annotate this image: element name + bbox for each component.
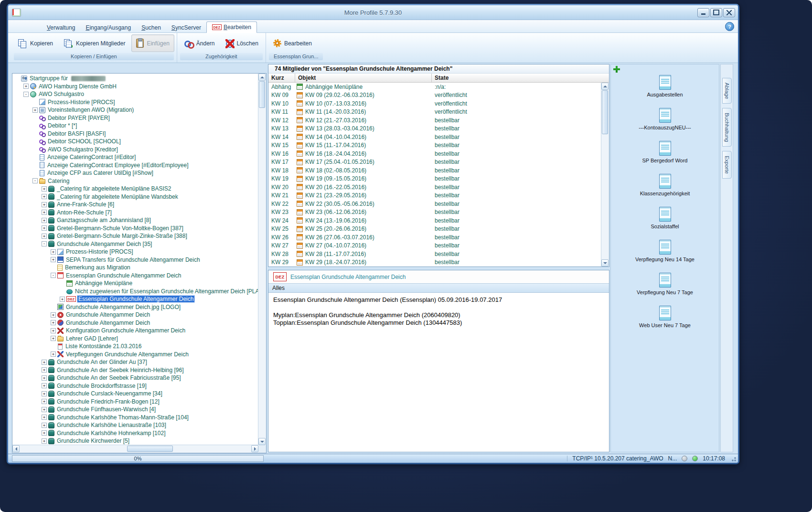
andern-button[interactable]: Ändern bbox=[180, 34, 220, 52]
expand-icon[interactable]: + bbox=[42, 225, 47, 231]
tree-item[interactable]: Nicht zugewiesen für Essensplan Grundsch… bbox=[12, 288, 258, 296]
tree-item[interactable]: +Ganztagsschule am Johannisland [8] bbox=[12, 216, 258, 224]
expand-icon[interactable]: + bbox=[60, 297, 65, 302]
collapse-icon[interactable]: - bbox=[23, 92, 29, 97]
expand-icon[interactable]: + bbox=[42, 186, 47, 192]
tree-item[interactable]: -Essensplan Grundschule Altengammer Deic… bbox=[12, 272, 258, 280]
expand-icon[interactable]: + bbox=[42, 194, 47, 199]
tree-item[interactable]: Anzeige CateringContract Employee [#Edit… bbox=[12, 161, 258, 170]
ribbon-tab-syncserver[interactable]: SyncServer bbox=[166, 22, 206, 32]
tree-item[interactable]: +_Catering für abgeleitete Menüpläne Wan… bbox=[12, 193, 258, 201]
table-row[interactable]: KW 25KW 25 (20.-26.06.2016)bestellbar bbox=[268, 225, 601, 234]
tree-item[interactable]: +Grundschule An der Seebek Fabriciusstra… bbox=[12, 374, 258, 382]
table-row[interactable]: KW 18KW 18 (02.-08.05.2016)bestellbar bbox=[268, 166, 601, 175]
table-row[interactable]: KW 14KW 14 (04.-10.04.2016)bestellbar bbox=[268, 133, 601, 141]
expand-icon[interactable]: + bbox=[42, 383, 47, 388]
tree-item[interactable]: +Grundschule Karlshöhe Thomas-Mann-Straß… bbox=[12, 414, 258, 422]
tab-alles[interactable]: Alles bbox=[268, 283, 609, 293]
table-row[interactable]: KW 24KW 24 (13.-19.06.2016)bestellbar bbox=[268, 216, 601, 225]
bearbeiten-button[interactable]: Bearbeiten bbox=[268, 34, 317, 52]
tree-item[interactable]: +Grundschule Friedrich-Frank-Bogen [12] bbox=[12, 398, 258, 406]
scroll-down-button[interactable] bbox=[601, 259, 609, 267]
minimize-button[interactable] bbox=[697, 8, 709, 17]
expand-icon[interactable]: + bbox=[42, 234, 47, 239]
kopieren-mitglieder-button[interactable]: Kopieren Mitglieder bbox=[59, 34, 130, 52]
table-row[interactable]: KW 28KW 28 (11.-17.07.2016)bestellbar bbox=[268, 250, 601, 258]
expand-icon[interactable]: + bbox=[42, 438, 47, 444]
tree-item[interactable]: +Grundschule Brockdorffstrasse [19] bbox=[12, 382, 258, 390]
report-item-klassenzugehorigkeit[interactable]: Klassenzugehörigkeit bbox=[611, 171, 719, 204]
expand-icon[interactable]: + bbox=[42, 218, 47, 223]
scrollbar-thumb[interactable] bbox=[127, 446, 173, 452]
tree-item[interactable]: +Gretel-Bergmann-Schule Margit-Zinke-Str… bbox=[12, 232, 258, 240]
expand-icon[interactable]: + bbox=[23, 84, 29, 89]
expand-icon[interactable]: + bbox=[51, 312, 56, 318]
expand-icon[interactable]: + bbox=[51, 336, 56, 341]
tree-horizontal-scrollbar[interactable] bbox=[12, 445, 258, 453]
table-row[interactable]: KW 13KW 13 (28.03.-03.04.2016)bestellbar bbox=[268, 125, 601, 133]
ribbon-tab-bearbeiten[interactable]: DEZBearbeiten bbox=[206, 21, 257, 33]
expand-icon[interactable]: + bbox=[42, 430, 47, 436]
tree-item[interactable]: +Grundschule Karlshöhe Lienaustraße [103… bbox=[12, 421, 258, 429]
ribbon-tab-eingang-ausgang[interactable]: Eingang/Ausgang bbox=[80, 22, 136, 32]
ribbon-tab-suchen[interactable]: Suchen bbox=[136, 22, 166, 32]
table-row[interactable]: KW 12KW 12 (21.-27.03.2016)bestellbar bbox=[268, 116, 601, 125]
table-row[interactable]: KW 15KW 15 (11.-17.04.2016)bestellbar bbox=[268, 141, 601, 150]
tree-item[interactable]: Abhängige Menüpläne bbox=[12, 279, 258, 288]
table-row[interactable]: KW 29KW 29 (18.-24.07.2016)bestellbar bbox=[268, 258, 601, 267]
table-row[interactable]: KW 09KW 09 (29.02.-06.03.2016)veröffentl… bbox=[268, 91, 601, 100]
expand-icon[interactable]: + bbox=[42, 415, 47, 420]
expand-icon[interactable]: + bbox=[42, 360, 47, 365]
table-row[interactable]: KW 16KW 16 (18.-24.04.2016)bestellbar bbox=[268, 149, 601, 158]
report-item-sp-bergedorf-word[interactable]: SP Bergedorf Word bbox=[611, 139, 719, 171]
expand-icon[interactable]: + bbox=[42, 375, 47, 381]
titlebar[interactable]: More Profile 5.7.9.30 bbox=[8, 5, 738, 20]
resize-grip[interactable] bbox=[730, 455, 737, 462]
table-row[interactable]: KW 21KW 21 (23.-29.05.2016)bestellbar bbox=[268, 192, 601, 200]
expand-icon[interactable]: + bbox=[42, 407, 47, 412]
report-item-sozialstaffel[interactable]: Sozialstaffel bbox=[611, 204, 719, 237]
tree-item[interactable]: +AWO Hamburg Dienste GmbH bbox=[12, 83, 258, 91]
tree-item[interactable]: Debitor PAYER [PAYER] bbox=[12, 114, 258, 122]
tree-item[interactable]: AWO Schulgastro [Kreditor] bbox=[12, 146, 258, 154]
tree-item[interactable]: +Grundschule Altengammer Deich bbox=[12, 311, 258, 319]
expand-icon[interactable]: + bbox=[42, 399, 47, 404]
tree-item[interactable]: Debitor BASFI [BASFI] bbox=[12, 130, 258, 138]
column-header-state[interactable]: State bbox=[432, 74, 609, 82]
report-item-ausgabestellen[interactable]: Ausgabestellen bbox=[611, 73, 719, 106]
table-row[interactable]: AbhängAbhängige Menüpläne:n/a: bbox=[268, 83, 601, 91]
scroll-right-button[interactable] bbox=[251, 445, 258, 452]
expand-icon[interactable]: + bbox=[42, 423, 47, 428]
tree-item[interactable]: +SEPA Transfers für Grundschule Altengam… bbox=[12, 256, 258, 264]
ribbon-tab-verwaltung[interactable]: Verwaltung bbox=[42, 22, 80, 32]
expand-icon[interactable]: + bbox=[51, 320, 56, 325]
tree-item[interactable]: +_Catering für abgeleitete Menüpläne BAS… bbox=[12, 185, 258, 193]
tree-item[interactable]: +Konfiguration Grundschule Altengammer D… bbox=[12, 327, 258, 335]
tree-item[interactable]: +Grundschule Karlshöhe Hohnerkamp [102] bbox=[12, 429, 258, 437]
collapse-icon[interactable]: - bbox=[32, 178, 38, 183]
scrollbar-thumb[interactable] bbox=[602, 90, 608, 134]
expand-icon[interactable]: + bbox=[51, 328, 56, 333]
tree-item[interactable]: Prozess-Historie [PROCS] bbox=[12, 98, 258, 107]
side-tab-ablage[interactable]: Ablage bbox=[722, 78, 732, 104]
table-row[interactable]: KW 26KW 26 (27.06.-03.07.2016)bestellbar bbox=[268, 233, 601, 242]
report-item-verpflegung-neu-7-tage[interactable]: Verpflegung Neu 7 Tage bbox=[611, 270, 719, 303]
table-row[interactable]: KW 17KW 17 (25.04.-01.05.2016)bestellbar bbox=[268, 158, 601, 167]
tree-item[interactable]: -Grundschule Altengammer Deich [35] bbox=[12, 240, 258, 248]
tree-item[interactable]: -Catering bbox=[12, 177, 258, 185]
tree-item[interactable]: +Grundschule An der Seebek Heinrich-Helb… bbox=[12, 366, 258, 374]
tree-item[interactable]: +Lehrer GAD [Lehrer] bbox=[12, 335, 258, 343]
table-row[interactable]: KW 10KW 10 (07.-13.03.2016)veröffentlich… bbox=[268, 99, 601, 108]
table-row[interactable]: KW 20KW 20 (16.-22.05.2016)bestellbar bbox=[268, 183, 601, 192]
expand-icon[interactable]: + bbox=[42, 391, 47, 396]
tree-item[interactable]: Anzeige CFP aus Caterer UtilDlg [#Show] bbox=[12, 169, 258, 177]
collapse-icon[interactable]: - bbox=[42, 241, 47, 246]
tree-item[interactable]: Grundschule Altengammer Deich.jpg [LOGO] bbox=[12, 303, 258, 311]
column-header-kurz[interactable]: Kurz bbox=[268, 74, 295, 82]
side-tab-exporte[interactable]: Exporte bbox=[722, 151, 732, 179]
report-item-kontoauszugneu[interactable]: ---KontoauszugNEU--- bbox=[611, 106, 719, 139]
scroll-down-button[interactable] bbox=[258, 438, 266, 445]
tree-item[interactable]: +Grundschule Fünfhausen-Warwisch [4] bbox=[12, 405, 258, 414]
expand-icon[interactable]: + bbox=[51, 249, 56, 255]
tree-item[interactable]: +Anton-Rée-Schule [7] bbox=[12, 209, 258, 217]
